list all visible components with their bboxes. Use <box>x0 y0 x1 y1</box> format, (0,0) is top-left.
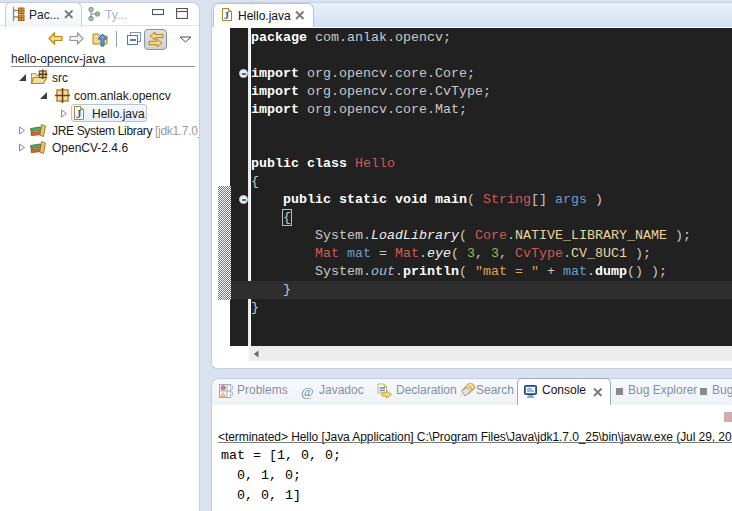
svg-text:J: J <box>76 108 82 120</box>
svg-text:J: J <box>224 10 229 21</box>
